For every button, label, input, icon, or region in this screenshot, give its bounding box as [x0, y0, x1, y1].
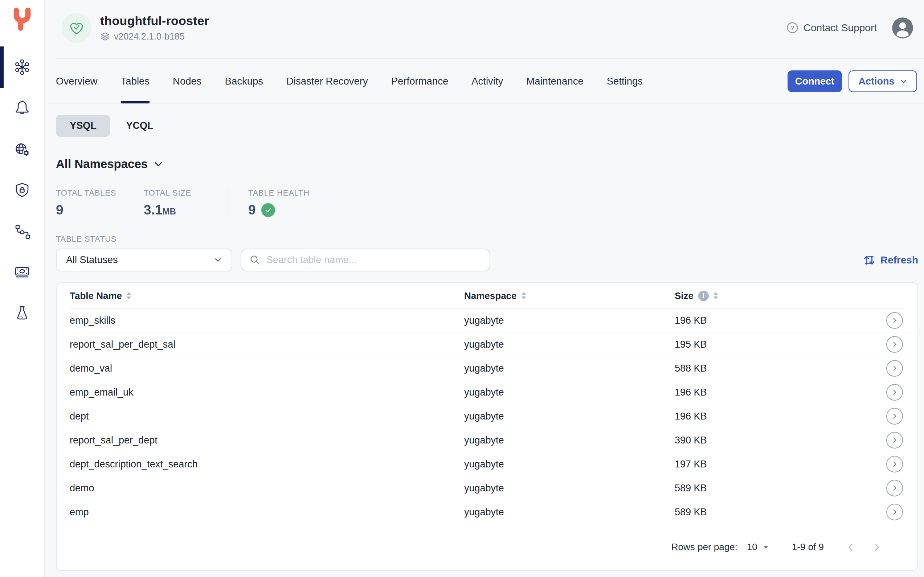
previous-page-button[interactable] — [846, 542, 856, 552]
cluster-health-badge — [62, 13, 92, 43]
stat-label: TOTAL TABLES — [56, 189, 144, 198]
actions-button[interactable]: Actions — [848, 70, 917, 92]
row-expand-button[interactable] — [886, 312, 903, 329]
layers-icon — [100, 32, 110, 41]
row-expand-button[interactable] — [886, 336, 903, 353]
tab-actions: Connect Actions — [787, 70, 917, 92]
chevron-right-icon — [891, 317, 898, 324]
main-panel: thoughtful-rooster v2024.2.1.0-b185 — [45, 0, 924, 577]
table-row[interactable]: report_sal_per_dept_sal yugabyte 195 KB — [56, 332, 918, 356]
sidebar-item-security[interactable] — [0, 179, 44, 201]
sidebar-item-labs[interactable] — [0, 301, 44, 324]
cluster-tabs: Overview Tables Nodes Backups Disaster R… — [56, 59, 643, 103]
yugabyte-logo[interactable] — [10, 7, 34, 32]
contact-support-label: Contact Support — [803, 22, 877, 34]
cluster-title-block: thoughtful-rooster v2024.2.1.0-b185 — [100, 14, 209, 42]
row-expand-button[interactable] — [886, 456, 903, 472]
search-icon — [249, 255, 261, 266]
table-row[interactable]: demo yugabyte 589 KB — [56, 476, 918, 500]
row-expand-button[interactable] — [886, 504, 903, 521]
stat-total-tables: TOTAL TABLES 9 — [56, 189, 144, 218]
tables-card: Table Name Namespace Size i — [56, 282, 918, 571]
info-icon[interactable]: i — [698, 291, 709, 301]
cell-size: 195 KB — [675, 339, 859, 350]
bell-icon — [13, 98, 31, 116]
table-row[interactable]: dept_description_text_search yugabyte 19… — [56, 452, 918, 476]
row-expand-button[interactable] — [886, 480, 903, 496]
cell-table-name: emp_email_uk — [70, 387, 464, 398]
sidebar-item-billing[interactable] — [0, 260, 44, 283]
refresh-label: Refresh — [880, 255, 918, 266]
sidebar-item-network-regions[interactable] — [0, 138, 44, 161]
check-circle-icon — [261, 203, 275, 217]
toggle-ysql[interactable]: YSQL — [56, 114, 110, 137]
chevron-right-icon — [891, 461, 898, 468]
chevron-right-icon — [891, 341, 898, 348]
cell-table-name: dept — [70, 411, 464, 422]
cell-namespace: yugabyte — [464, 363, 675, 374]
chevron-right-icon — [891, 485, 898, 492]
user-avatar[interactable] — [892, 18, 913, 39]
tab-settings[interactable]: Settings — [607, 59, 643, 103]
column-header-size[interactable]: Size i — [675, 290, 859, 301]
sort-arrows-icon — [521, 292, 527, 300]
cell-table-name: report_sal_per_dept — [70, 435, 464, 446]
cell-namespace: yugabyte — [464, 483, 675, 494]
refresh-button[interactable]: Refresh — [863, 254, 918, 267]
sidebar-item-clusters[interactable] — [0, 56, 44, 78]
sidebar-item-integrations[interactable] — [0, 220, 44, 243]
contact-support-link[interactable]: ? Contact Support — [787, 22, 877, 34]
table-row[interactable]: dept yugabyte 196 KB — [56, 404, 918, 428]
question-circle-icon: ? — [787, 22, 798, 34]
table-body: emp_skills yugabyte 196 KB report_sal_pe… — [56, 308, 918, 524]
stat-value: 9 — [56, 203, 144, 218]
app-root: thoughtful-rooster v2024.2.1.0-b185 — [0, 0, 924, 577]
search-box — [240, 248, 490, 271]
search-input[interactable] — [266, 255, 482, 266]
column-header-table-name[interactable]: Table Name — [70, 290, 464, 301]
row-expand-button[interactable] — [886, 360, 903, 377]
table-row[interactable]: report_sal_per_dept yugabyte 390 KB — [56, 428, 918, 452]
pagination-range: 1-9 of 9 — [792, 542, 824, 553]
tab-overview[interactable]: Overview — [56, 59, 98, 103]
chevron-right-icon — [891, 365, 898, 372]
heart-check-icon — [68, 19, 85, 36]
tab-nodes[interactable]: Nodes — [173, 59, 202, 103]
column-header-namespace[interactable]: Namespace — [464, 290, 675, 301]
sort-arrows-icon — [126, 292, 132, 300]
rows-per-page-select[interactable]: 10 — [747, 542, 769, 553]
row-expand-button[interactable] — [886, 432, 903, 448]
status-select[interactable]: All Statuses — [56, 248, 232, 271]
stat-unit: MB — [162, 206, 176, 216]
chevron-left-icon — [846, 542, 856, 552]
table-row[interactable]: emp_email_uk yugabyte 196 KB — [56, 380, 918, 404]
tables-content: YSQL YCQL All Namespaces TOTAL TABLES 9 … — [45, 103, 924, 577]
table-header-row: Table Name Namespace Size i — [56, 283, 918, 308]
toggle-ycql[interactable]: YCQL — [113, 114, 167, 137]
cell-table-name: demo_val — [70, 363, 464, 374]
cell-table-name: report_sal_per_dept_sal — [70, 339, 464, 350]
rows-per-page-value: 10 — [747, 542, 758, 553]
tab-disaster-recovery[interactable]: Disaster Recovery — [286, 59, 368, 103]
chevron-down-icon — [900, 78, 907, 85]
row-expand-button[interactable] — [886, 384, 903, 401]
sidebar-item-alerts[interactable] — [0, 96, 44, 118]
table-row[interactable]: emp_skills yugabyte 196 KB — [56, 308, 918, 332]
namespace-selector[interactable]: All Namespaces — [56, 157, 163, 171]
status-select-value: All Statuses — [66, 255, 118, 266]
tab-maintenance[interactable]: Maintenance — [526, 59, 583, 103]
tab-activity[interactable]: Activity — [471, 59, 503, 103]
connect-button[interactable]: Connect — [787, 70, 842, 92]
tab-tables[interactable]: Tables — [121, 59, 150, 103]
tab-backups[interactable]: Backups — [225, 59, 263, 103]
table-row[interactable]: emp yugabyte 589 KB — [56, 500, 918, 524]
next-page-button[interactable] — [872, 542, 882, 552]
refresh-cycle-icon — [863, 254, 876, 267]
stat-table-health: TABLE HEALTH 9 — [248, 189, 310, 218]
cell-size: 390 KB — [675, 435, 859, 446]
tab-performance[interactable]: Performance — [391, 59, 448, 103]
row-expand-button[interactable] — [886, 408, 903, 425]
cell-table-name: emp_skills — [70, 315, 464, 326]
money-icon — [13, 263, 31, 280]
table-row[interactable]: demo_val yugabyte 588 KB — [56, 356, 918, 380]
